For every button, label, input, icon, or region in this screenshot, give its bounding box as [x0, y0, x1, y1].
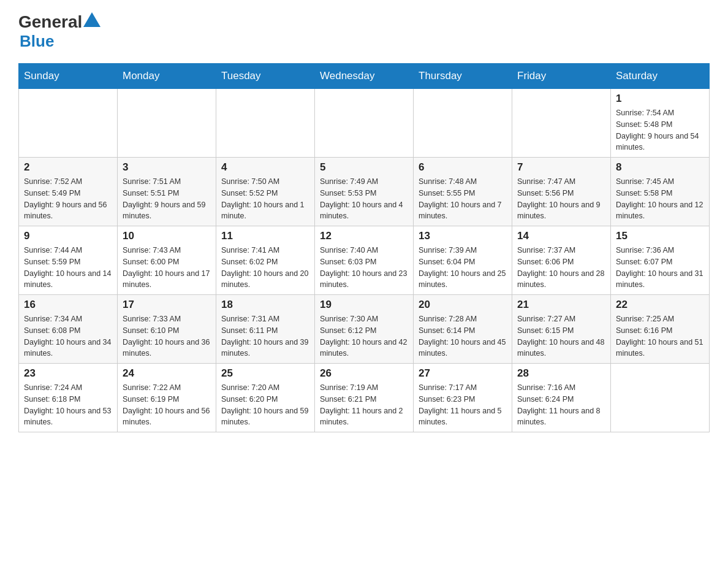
day-info: Sunrise: 7:45 AMSunset: 5:58 PMDaylight:…	[616, 176, 704, 222]
calendar-cell: 11Sunrise: 7:41 AMSunset: 6:02 PMDayligh…	[216, 226, 315, 295]
calendar-cell: 20Sunrise: 7:28 AMSunset: 6:14 PMDayligh…	[414, 295, 512, 364]
day-info: Sunrise: 7:40 AMSunset: 6:03 PMDaylight:…	[320, 245, 408, 291]
day-info: Sunrise: 7:52 AMSunset: 5:49 PMDaylight:…	[24, 176, 112, 222]
day-number: 6	[419, 161, 507, 174]
day-info: Sunrise: 7:30 AMSunset: 6:12 PMDaylight:…	[320, 313, 408, 359]
day-info: Sunrise: 7:36 AMSunset: 6:07 PMDaylight:…	[616, 245, 704, 291]
calendar-cell: 23Sunrise: 7:24 AMSunset: 6:18 PMDayligh…	[19, 364, 118, 432]
calendar-cell: 27Sunrise: 7:17 AMSunset: 6:23 PMDayligh…	[414, 364, 512, 432]
calendar-table: SundayMondayTuesdayWednesdayThursdayFrid…	[18, 63, 710, 432]
day-number: 15	[616, 230, 704, 242]
day-header-tuesday: Tuesday	[216, 64, 315, 89]
day-header-thursday: Thursday	[414, 64, 512, 89]
day-info: Sunrise: 7:39 AMSunset: 6:04 PMDaylight:…	[419, 245, 507, 291]
day-number: 19	[320, 299, 408, 311]
day-number: 27	[419, 367, 507, 380]
calendar-cell: 18Sunrise: 7:31 AMSunset: 6:11 PMDayligh…	[216, 295, 315, 364]
calendar-cell: 2Sunrise: 7:52 AMSunset: 5:49 PMDaylight…	[19, 158, 118, 226]
calendar-cell: 21Sunrise: 7:27 AMSunset: 6:15 PMDayligh…	[512, 295, 611, 364]
calendar-cell: 28Sunrise: 7:16 AMSunset: 6:24 PMDayligh…	[512, 364, 611, 432]
day-number: 8	[616, 161, 704, 174]
logo-triangle-icon	[83, 12, 100, 27]
calendar-cell: 17Sunrise: 7:33 AMSunset: 6:10 PMDayligh…	[118, 295, 216, 364]
day-number: 22	[616, 299, 704, 311]
calendar-cell: 3Sunrise: 7:51 AMSunset: 5:51 PMDaylight…	[118, 158, 216, 226]
calendar-cell	[611, 364, 710, 432]
day-info: Sunrise: 7:27 AMSunset: 6:15 PMDaylight:…	[517, 313, 605, 359]
calendar-cell	[315, 89, 414, 158]
day-info: Sunrise: 7:25 AMSunset: 6:16 PMDaylight:…	[616, 313, 704, 359]
day-info: Sunrise: 7:17 AMSunset: 6:23 PMDaylight:…	[419, 382, 507, 428]
day-number: 14	[517, 230, 605, 242]
day-number: 1	[616, 93, 704, 105]
calendar-cell: 10Sunrise: 7:43 AMSunset: 6:00 PMDayligh…	[118, 226, 216, 295]
calendar-cell: 13Sunrise: 7:39 AMSunset: 6:04 PMDayligh…	[414, 226, 512, 295]
calendar-cell: 14Sunrise: 7:37 AMSunset: 6:06 PMDayligh…	[512, 226, 611, 295]
day-info: Sunrise: 7:37 AMSunset: 6:06 PMDaylight:…	[517, 245, 605, 291]
calendar-cell: 4Sunrise: 7:50 AMSunset: 5:52 PMDaylight…	[216, 158, 315, 226]
day-info: Sunrise: 7:50 AMSunset: 5:52 PMDaylight:…	[221, 176, 309, 222]
day-number: 9	[24, 230, 112, 242]
logo-general-text: General	[18, 12, 82, 32]
calendar-cell: 26Sunrise: 7:19 AMSunset: 6:21 PMDayligh…	[315, 364, 414, 432]
day-info: Sunrise: 7:48 AMSunset: 5:55 PMDaylight:…	[419, 176, 507, 222]
calendar-cell	[512, 89, 611, 158]
calendar-cell: 8Sunrise: 7:45 AMSunset: 5:58 PMDaylight…	[611, 158, 710, 226]
day-number: 17	[123, 299, 211, 311]
calendar-week-row-3: 9Sunrise: 7:44 AMSunset: 5:59 PMDaylight…	[19, 226, 710, 295]
day-info: Sunrise: 7:28 AMSunset: 6:14 PMDaylight:…	[419, 313, 507, 359]
day-number: 5	[320, 161, 408, 174]
day-info: Sunrise: 7:49 AMSunset: 5:53 PMDaylight:…	[320, 176, 408, 222]
calendar-cell: 12Sunrise: 7:40 AMSunset: 6:03 PMDayligh…	[315, 226, 414, 295]
page-header: General Blue	[18, 12, 710, 51]
calendar-week-row-4: 16Sunrise: 7:34 AMSunset: 6:08 PMDayligh…	[19, 295, 710, 364]
calendar-cell: 24Sunrise: 7:22 AMSunset: 6:19 PMDayligh…	[118, 364, 216, 432]
calendar-cell: 15Sunrise: 7:36 AMSunset: 6:07 PMDayligh…	[611, 226, 710, 295]
calendar-week-row-5: 23Sunrise: 7:24 AMSunset: 6:18 PMDayligh…	[19, 364, 710, 432]
day-info: Sunrise: 7:31 AMSunset: 6:11 PMDaylight:…	[221, 313, 309, 359]
day-number: 3	[123, 161, 211, 174]
day-number: 7	[517, 161, 605, 174]
day-header-friday: Friday	[512, 64, 611, 89]
calendar-cell: 19Sunrise: 7:30 AMSunset: 6:12 PMDayligh…	[315, 295, 414, 364]
day-number: 2	[24, 161, 112, 174]
day-number: 16	[24, 299, 112, 311]
calendar-cell	[19, 89, 118, 158]
day-number: 11	[221, 230, 309, 242]
calendar-cell: 22Sunrise: 7:25 AMSunset: 6:16 PMDayligh…	[611, 295, 710, 364]
calendar-cell: 6Sunrise: 7:48 AMSunset: 5:55 PMDaylight…	[414, 158, 512, 226]
calendar-cell: 16Sunrise: 7:34 AMSunset: 6:08 PMDayligh…	[19, 295, 118, 364]
calendar-cell: 9Sunrise: 7:44 AMSunset: 5:59 PMDaylight…	[19, 226, 118, 295]
calendar-week-row-1: 1Sunrise: 7:54 AMSunset: 5:48 PMDaylight…	[19, 89, 710, 158]
calendar-cell: 25Sunrise: 7:20 AMSunset: 6:20 PMDayligh…	[216, 364, 315, 432]
calendar-cell	[118, 89, 216, 158]
day-number: 20	[419, 299, 507, 311]
day-number: 25	[221, 367, 309, 380]
day-header-wednesday: Wednesday	[315, 64, 414, 89]
calendar-cell: 1Sunrise: 7:54 AMSunset: 5:48 PMDaylight…	[611, 89, 710, 158]
calendar-header-row: SundayMondayTuesdayWednesdayThursdayFrid…	[19, 64, 710, 89]
day-info: Sunrise: 7:19 AMSunset: 6:21 PMDaylight:…	[320, 382, 408, 428]
day-number: 18	[221, 299, 309, 311]
day-header-sunday: Sunday	[19, 64, 118, 89]
day-info: Sunrise: 7:41 AMSunset: 6:02 PMDaylight:…	[221, 245, 309, 291]
calendar-cell: 5Sunrise: 7:49 AMSunset: 5:53 PMDaylight…	[315, 158, 414, 226]
day-info: Sunrise: 7:22 AMSunset: 6:19 PMDaylight:…	[123, 382, 211, 428]
day-number: 4	[221, 161, 309, 174]
day-number: 24	[123, 367, 211, 380]
day-header-monday: Monday	[118, 64, 216, 89]
day-info: Sunrise: 7:20 AMSunset: 6:20 PMDaylight:…	[221, 382, 309, 428]
day-info: Sunrise: 7:43 AMSunset: 6:00 PMDaylight:…	[123, 245, 211, 291]
day-info: Sunrise: 7:44 AMSunset: 5:59 PMDaylight:…	[24, 245, 112, 291]
day-info: Sunrise: 7:51 AMSunset: 5:51 PMDaylight:…	[123, 176, 211, 222]
logo-blue-text: Blue	[20, 32, 100, 51]
day-info: Sunrise: 7:54 AMSunset: 5:48 PMDaylight:…	[616, 107, 704, 153]
day-number: 10	[123, 230, 211, 242]
day-number: 21	[517, 299, 605, 311]
day-info: Sunrise: 7:34 AMSunset: 6:08 PMDaylight:…	[24, 313, 112, 359]
day-info: Sunrise: 7:16 AMSunset: 6:24 PMDaylight:…	[517, 382, 605, 428]
day-number: 23	[24, 367, 112, 380]
day-number: 26	[320, 367, 408, 380]
day-number: 12	[320, 230, 408, 242]
day-info: Sunrise: 7:33 AMSunset: 6:10 PMDaylight:…	[123, 313, 211, 359]
